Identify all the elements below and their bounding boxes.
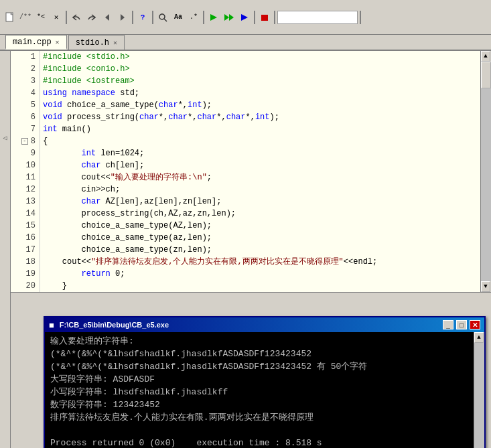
console-line-8: Process returned 0 (0x0) execution time … [50, 437, 468, 448]
line-num-9: 9 [11, 147, 40, 159]
search-input[interactable] [281, 13, 354, 21]
scroll-down-btn[interactable]: ▼ [481, 281, 490, 292]
console-window: ■ F:\CB_e5\bin\Debug\CB_e5.exe _ □ ✕ 输入要… [44, 316, 486, 448]
new-button[interactable] [3, 10, 17, 25]
line-num-5: 5 [11, 99, 40, 111]
console-scrollbar[interactable]: ▲ ▼ [474, 332, 484, 448]
console-line-2: (*&^*(&%^(*&lhsdfshadlkf.jhasdlkfASDASDF… [50, 360, 468, 373]
collapse-btn[interactable]: ◁ [3, 134, 7, 142]
compile-button[interactable] [206, 10, 221, 25]
svg-marker-6 [210, 14, 217, 21]
console-line-5: 数字段字符串: 123423452 [50, 398, 468, 411]
close-button[interactable]: ✕ [49, 10, 64, 25]
svg-point-4 [159, 14, 165, 19]
console-maximize-btn[interactable]: □ [456, 320, 467, 329]
next-button[interactable] [115, 10, 130, 25]
sep7 [360, 11, 361, 24]
editor-scrollbar[interactable]: ▲ ▼ [480, 51, 491, 292]
code-line-13: char AZ[len],az[len],zn[len]; [43, 196, 478, 208]
svg-marker-8 [229, 14, 234, 21]
line-numbers: 1 2 3 4 5 6 7 - 8 9 10 11 12 13 14 15 16… [11, 51, 40, 292]
tab-stdio-h-close[interactable]: ✕ [113, 39, 117, 47]
stop-button[interactable] [257, 10, 272, 25]
scroll-up-btn[interactable]: ▲ [481, 51, 490, 62]
console-line-6: 排序算法待坛友启发.个人能力实在有限.两两对比实在是不晓得原理 [50, 411, 468, 424]
fold-icon-8[interactable]: - [21, 138, 28, 145]
svg-line-5 [164, 19, 167, 21]
code-line-10: char ch[len]; [43, 159, 478, 171]
toolbar: /** *< ✕ ? Aa .* [0, 0, 491, 35]
console-line-0: 输入要处理的字符串: [50, 335, 468, 348]
line-num-19: 19 [11, 268, 40, 280]
line-num-2: 2 [11, 63, 40, 75]
code-line-12: cin>>ch; [43, 183, 478, 196]
search-box-container [277, 11, 358, 24]
console-body-area: 输入要处理的字符串: (*&^*(&%^(*&lhsdfshadlkf.jhas… [45, 332, 484, 448]
line-num-4: 4 [11, 87, 40, 99]
code-line-4: using namespace std; [43, 87, 478, 99]
console-output: 输入要处理的字符串: (*&^*(&%^(*&lhsdfshadlkf.jhas… [45, 332, 474, 448]
console-line-1: (*&^*(&%^(*&lhsdfshadlkf.jhasdlkfASDASDF… [50, 348, 468, 360]
sep1 [66, 11, 67, 24]
console-scroll-up[interactable]: ▲ [474, 332, 484, 343]
line-num-18: 18 [11, 256, 40, 268]
svg-marker-7 [224, 14, 229, 21]
code-line-16: choice_a_same_type(az,len); [43, 232, 478, 244]
line-num-13: 13 [11, 196, 40, 208]
editor-container: 1 2 3 4 5 6 7 - 8 9 10 11 12 13 14 15 16… [11, 51, 491, 292]
svg-marker-9 [241, 14, 248, 21]
line-num-6: 6 [11, 111, 40, 123]
scroll-track [481, 62, 491, 281]
line-num-16: 16 [11, 232, 40, 244]
comment-button[interactable]: /** [18, 10, 33, 25]
line-num-17: 17 [11, 244, 40, 256]
run-button[interactable] [222, 10, 236, 25]
code-line-17: choice_a_same_type(zn,len); [43, 244, 478, 256]
prev-button[interactable] [100, 10, 115, 25]
console-titlebar: ■ F:\CB_e5\bin\Debug\CB_e5.exe _ □ ✕ [45, 317, 484, 332]
code-line-9: int len=1024; [43, 147, 478, 159]
code-line-14: process_string(ch,AZ,az,zn,len); [43, 208, 478, 220]
console-minimize-btn[interactable]: _ [443, 320, 453, 329]
line-num-11: 11 [11, 171, 40, 183]
line-num-10: 10 [11, 159, 40, 171]
code-line-8: { [43, 135, 478, 147]
console-line-3: 大写段字符串: ASDFASDF [50, 373, 468, 386]
sep6 [274, 11, 275, 24]
tab-stdio-h[interactable]: stdio.h ✕ [68, 35, 125, 50]
console-line-4: 小写段字符串: lhsdfshadlkf.jhasdlkff [50, 386, 468, 398]
help-button[interactable]: ? [135, 10, 150, 25]
tab-bar: main.cpp ✕ stdio.h ✕ [0, 35, 491, 51]
case-button[interactable]: Aa [171, 10, 186, 25]
star-button[interactable]: *< [33, 10, 48, 25]
status-bar [11, 292, 491, 305]
main-area: ◁ 1 2 3 4 5 6 7 - 8 9 10 11 12 [0, 51, 491, 448]
debug-run-button[interactable] [237, 10, 252, 25]
line-num-15: 15 [11, 220, 40, 232]
search-button[interactable] [155, 10, 170, 25]
console-line-7 [50, 424, 468, 437]
console-close-btn[interactable]: ✕ [470, 320, 480, 329]
sep4 [203, 11, 204, 24]
sep5 [254, 11, 255, 24]
line-num-1: 1 [11, 51, 40, 63]
undo-button[interactable] [69, 10, 84, 25]
svg-rect-10 [261, 15, 268, 21]
code-line-18: cout<<"排序算法待坛友启发,个人能力实在有限,两两对比实在是不晓得原理"<… [43, 256, 478, 268]
svg-marker-3 [121, 14, 125, 21]
sep3 [152, 11, 153, 24]
tab-main-cpp[interactable]: main.cpp ✕ [5, 35, 67, 50]
code-line-3: #include <iostream> [43, 75, 478, 87]
redo-button[interactable] [84, 10, 99, 25]
tab-main-cpp-close[interactable]: ✕ [56, 38, 60, 46]
code-line-7: int main() [43, 123, 478, 135]
line-num-8: - 8 [11, 135, 40, 147]
svg-marker-2 [105, 14, 109, 21]
code-line-1: #include <stdio.h> [43, 51, 478, 63]
regex-button[interactable]: .* [186, 10, 201, 25]
scroll-thumb[interactable] [481, 62, 491, 88]
code-area[interactable]: #include <stdio.h> #include <conio.h> #i… [40, 51, 480, 292]
code-line-19: return 0; [43, 268, 478, 280]
sep2 [132, 11, 133, 24]
console-title-text: F:\CB_e5\bin\Debug\CB_e5.exe [60, 321, 440, 329]
